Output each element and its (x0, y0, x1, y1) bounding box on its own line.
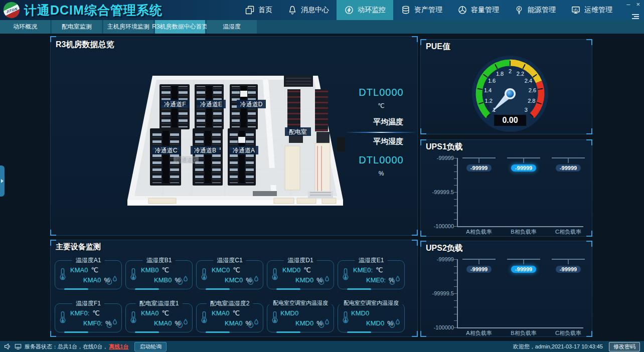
svg-text:配电室: 配电室 (289, 128, 307, 135)
temperature-value: KMF0: (70, 309, 89, 317)
x-axis-category: A相负载率 (456, 228, 502, 236)
nav-energy-mgmt[interactable]: 能源管理 (507, 0, 563, 20)
ups1-panel: UPS1负载 -99999 -99999.5 -100000 -99999 A相… (420, 139, 592, 237)
device-card-title: 温湿度D1 (284, 256, 316, 265)
nav-capacity-mgmt[interactable]: 容量管理 (450, 0, 507, 20)
humidity-value: KMF0: (83, 319, 102, 327)
sidebar-expander-handle[interactable] (0, 165, 5, 197)
y-axis-tick: -100000 (423, 324, 454, 330)
gauge-value: 0.00 (502, 116, 518, 124)
speaker-icon[interactable] (4, 343, 12, 350)
thermometer-icon (271, 267, 278, 281)
device-card-title: 温湿度C1 (213, 256, 246, 265)
temperature-value: KMD0 (351, 309, 369, 317)
ups1-bar-chart: -99999 -99999.5 -100000 -99999 A相负载率 -99… (421, 140, 593, 237)
bar-value-label: -99999 (556, 164, 581, 171)
datacenter-3d-room-view[interactable]: 冷通道F 冷通道E 冷通道D 冷通道C 冷通道B 冷通道A 配电室 冷通道C (118, 62, 359, 227)
device-card-title: 配电室空调室内温湿度 (269, 299, 332, 307)
nav-ops-mgmt[interactable]: 运维管理 (563, 0, 620, 20)
humidity-value: KMA0 (83, 276, 101, 284)
thermometer-icon (59, 267, 66, 281)
nav-ops-mgmt-label: 运维管理 (584, 6, 612, 15)
power-room-label[interactable]: 配电室 (285, 127, 311, 136)
y-axis-tick: -100000 (423, 223, 454, 229)
devices-panel: 主要设备监测 温湿度A1 KMA0℃ KMA0% 温湿度B1 KMB0℃ KMB… (50, 240, 418, 337)
bar-value-label: -99999 (466, 266, 492, 273)
bar-value-label-highlighted: -99999 (511, 164, 536, 171)
ups2-panel: UPS2负载 -99999 -99999.5 -100000 -99999 A相… (420, 241, 592, 337)
svg-text:1.6: 1.6 (488, 78, 496, 84)
water-drops-icon (246, 319, 260, 330)
nav-capacity-mgmt-label: 容量管理 (471, 6, 499, 15)
temperature-unit: ℃ (233, 266, 240, 274)
water-drops-icon (105, 276, 119, 287)
water-drops-icon (176, 276, 190, 287)
power-circle-icon (344, 5, 354, 15)
aisle-label-c[interactable]: 冷通道C (151, 146, 181, 154)
temperature-unit: ℃ (92, 309, 100, 317)
thermometer-icon (130, 267, 137, 281)
x-axis-category: C相负载率 (546, 329, 591, 337)
window-controls: – × (626, 1, 640, 8)
tab-temp-humidity[interactable]: 温湿度 (207, 20, 257, 34)
aisle-label-f[interactable]: 冷通道F (160, 100, 190, 108)
nav-message-center-label: 消息中心 (301, 6, 329, 15)
humidity-value: KMD0 (295, 276, 313, 284)
devices-panel-title: 主要设备监测 (56, 242, 101, 252)
card-accent-line (347, 331, 371, 333)
device-card-title: 温湿度A1 (72, 256, 105, 265)
tab-power-room-monitor[interactable]: 配电室监测 (52, 20, 102, 34)
avg-humidity-value: DTL0000 (346, 154, 417, 166)
rack-block-a[interactable] (228, 128, 256, 186)
temperature-value: KMB0 (141, 266, 158, 274)
nav-message-center[interactable]: 消息中心 (280, 0, 337, 20)
device-card-power1: 配电室温湿度1 KMA0℃ KMA0% (125, 303, 193, 332)
aisle-label-b[interactable]: 冷通道B (191, 146, 220, 154)
card-accent-line (64, 331, 88, 333)
tab-r3-datacenter-home[interactable]: R3机房数据中心首页 (155, 20, 205, 34)
nav-asset-mgmt[interactable]: 资产管理 (393, 0, 450, 20)
temperature-unit: ℃ (162, 266, 169, 274)
y-axis-tick: -99999 (423, 155, 454, 161)
temperature-value: KME0: (353, 266, 373, 274)
pue-panel: PUE值 (420, 39, 592, 134)
bar-group-c: -99999 C相负载率 (546, 157, 591, 172)
bar-value-label: -99999 (466, 164, 492, 171)
server-status-icon (15, 343, 22, 350)
card-accent-line (206, 331, 230, 333)
thermometer-icon (271, 310, 278, 324)
temperature-unit: ℃ (162, 309, 169, 317)
humidity-value: KMA0 (154, 319, 172, 327)
bell-icon (287, 5, 297, 15)
offline-count-link[interactable]: 离线1台 (109, 343, 128, 350)
aisle-label-e[interactable]: 冷通道E (197, 100, 226, 108)
device-card-title: 温湿度E1 (355, 256, 388, 265)
svg-text:冷通道A: 冷通道A (233, 147, 255, 154)
tab-env-overview[interactable]: 动环概况 (0, 20, 50, 34)
nav-home[interactable]: 首页 (237, 0, 280, 20)
x-axis-category: B相负载率 (501, 329, 546, 337)
water-drops-icon (317, 276, 331, 287)
card-accent-line (347, 288, 371, 290)
y-axis-tick: -99999.5 (423, 189, 454, 195)
change-password-button[interactable]: 修改密码 (609, 342, 640, 351)
temperature-unit: ℃ (376, 266, 383, 274)
start-polling-button[interactable]: 启动轮询 (134, 342, 167, 351)
y-axis-tick: -99999 (423, 256, 454, 262)
hamburger-menu-icon[interactable] (632, 13, 639, 19)
nav-env-monitoring[interactable]: 动环监控 (337, 0, 393, 20)
bar-group-b: -99999 B相负载率 (501, 157, 546, 172)
minimize-button[interactable]: – (626, 1, 630, 8)
svg-text:2.6: 2.6 (529, 87, 536, 93)
x-axis-category: C相负载率 (546, 228, 591, 236)
humidity-value: KMB0 (154, 276, 172, 284)
close-button[interactable]: × (636, 1, 640, 8)
aisle-label-d[interactable]: 冷通道D (237, 100, 266, 108)
device-card-a1: 温湿度A1 KMA0℃ KMA0% (55, 260, 122, 289)
app-logo: JITON (3, 2, 20, 19)
tab-mainroom-env-monitor[interactable]: 主机房环境监测 (103, 20, 153, 34)
x-axis-line (457, 226, 583, 227)
x-axis-category: A相负载率 (456, 329, 502, 337)
aisle-label-a[interactable]: 冷通道A (229, 146, 258, 154)
monitor-icon (571, 5, 581, 15)
